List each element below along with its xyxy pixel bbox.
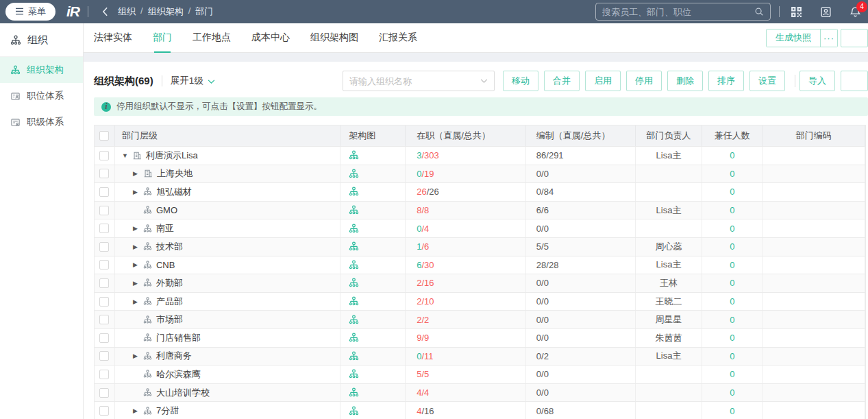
sidebar-section-label: 组织 <box>27 34 48 47</box>
tab-bar: 法律实体部门工作地点成本中心组织架构图汇报关系 生成快照 ··· <box>84 23 868 53</box>
row-checkbox[interactable] <box>99 388 109 398</box>
row-checkbox[interactable] <box>99 169 109 178</box>
department-name[interactable]: 利唐演示Lisa <box>146 149 198 162</box>
expand-arrow[interactable]: ▶ <box>133 189 143 195</box>
org-chart-icon[interactable] <box>349 351 359 361</box>
org-chart-icon[interactable] <box>349 315 359 325</box>
department-name[interactable]: 旭弘磁材 <box>156 186 192 198</box>
row-checkbox[interactable] <box>99 151 109 160</box>
org-chart-icon[interactable] <box>349 369 359 379</box>
department-name[interactable]: 市场部 <box>156 313 183 326</box>
action-button-设置[interactable]: 设置 <box>749 71 785 91</box>
active-total: /5 <box>421 369 429 379</box>
org-chart-icon[interactable] <box>349 241 359 252</box>
table-row: GMO 8/8 6/6 Lisa主 0 <box>95 201 865 219</box>
org-name-input[interactable] <box>349 76 480 86</box>
action-button-移动[interactable]: 移动 <box>503 71 538 91</box>
department-name[interactable]: GMO <box>156 205 177 215</box>
expand-arrow[interactable]: ▶ <box>133 352 143 359</box>
expand-arrow[interactable]: ▶ <box>133 298 143 305</box>
org-icon <box>143 242 152 251</box>
sidebar-item-职级体系[interactable]: 职级体系 <box>0 109 83 135</box>
org-chart-icon[interactable] <box>349 169 359 179</box>
concurrent-count: 0 <box>702 348 762 366</box>
org-chart-icon[interactable] <box>349 333 359 343</box>
row-checkbox[interactable] <box>99 187 109 197</box>
department-name[interactable]: 技术部 <box>156 241 183 253</box>
action-button-删除[interactable]: 删除 <box>667 71 703 91</box>
breadcrumb-department[interactable]: 部门 <box>195 5 213 18</box>
building-icon <box>132 151 142 160</box>
breadcrumb-org[interactable]: 组织 <box>118 5 136 18</box>
global-search-input[interactable] <box>602 7 754 17</box>
expand-arrow[interactable]: ▶ <box>133 225 143 232</box>
action-button-启用[interactable]: 启用 <box>585 71 621 91</box>
qr-code-icon[interactable] <box>791 6 802 18</box>
partial-button[interactable] <box>841 71 868 91</box>
row-checkbox[interactable] <box>99 315 109 324</box>
department-code <box>762 366 865 383</box>
action-button-合并[interactable]: 合并 <box>544 71 580 91</box>
department-name[interactable]: 产品部 <box>156 296 183 308</box>
department-name[interactable]: CNB <box>156 260 175 270</box>
org-chart-icon[interactable] <box>349 387 359 398</box>
contacts-icon[interactable] <box>820 6 832 18</box>
row-checkbox[interactable] <box>99 206 109 215</box>
expand-arrow[interactable]: ▼ <box>122 152 132 159</box>
row-checkbox[interactable] <box>99 260 109 270</box>
org-chart-icon[interactable] <box>349 224 359 234</box>
department-name[interactable]: 门店销售部 <box>156 332 201 344</box>
active-direct: 9 <box>417 333 421 343</box>
snapshot-more-button[interactable]: ··· <box>820 29 837 47</box>
tab-成本中心[interactable]: 成本中心 <box>251 23 290 53</box>
sidebar-item-组织架构[interactable]: 组织架构 <box>0 57 83 83</box>
expand-level-dropdown[interactable]: 展开1级 <box>171 75 215 87</box>
row-checkbox[interactable] <box>99 370 109 379</box>
org-chart-icon[interactable] <box>349 278 359 288</box>
department-name[interactable]: 哈尔滨森鹰 <box>156 368 201 381</box>
expand-arrow[interactable]: ▶ <box>133 280 143 287</box>
partial-button[interactable] <box>841 29 868 47</box>
generate-snapshot-button[interactable]: 生成快照 <box>767 29 820 47</box>
row-checkbox[interactable] <box>99 278 109 288</box>
tab-组织架构图[interactable]: 组织架构图 <box>310 23 358 53</box>
department-name[interactable]: 7分甜 <box>156 405 179 417</box>
menu-button[interactable]: 菜单 <box>5 3 55 21</box>
row-checkbox[interactable] <box>99 351 109 361</box>
expand-arrow[interactable]: ▶ <box>133 243 143 250</box>
department-name[interactable]: 上海央地 <box>157 167 193 180</box>
action-button-排序[interactable]: 排序 <box>708 71 744 91</box>
row-checkbox[interactable] <box>99 406 109 416</box>
sidebar-item-职位体系[interactable]: 职位体系 <box>0 83 83 109</box>
breadcrumb-org-structure[interactable]: 组织架构 <box>148 5 184 18</box>
org-chart-icon[interactable] <box>349 260 359 270</box>
search-icon[interactable] <box>754 7 764 16</box>
tab-法律实体[interactable]: 法律实体 <box>94 23 132 53</box>
department-name[interactable]: 大山培训学校 <box>156 387 210 399</box>
row-checkbox[interactable] <box>99 297 109 307</box>
row-checkbox[interactable] <box>99 242 109 252</box>
action-button-停用[interactable]: 停用 <box>626 71 662 91</box>
department-name[interactable]: 利唐商务 <box>156 350 192 362</box>
tab-部门[interactable]: 部门 <box>153 23 172 53</box>
org-chart-icon[interactable] <box>349 150 359 160</box>
tab-工作地点[interactable]: 工作地点 <box>193 23 231 53</box>
row-checkbox[interactable] <box>99 224 109 233</box>
department-name[interactable]: 南亚 <box>156 222 174 235</box>
back-chevron-icon[interactable] <box>102 7 108 16</box>
select-all-checkbox[interactable] <box>99 131 109 141</box>
org-chart-icon[interactable] <box>349 296 359 307</box>
bell-icon[interactable]: 4 <box>850 6 861 18</box>
org-chart-icon[interactable] <box>349 406 359 416</box>
expand-arrow[interactable]: ▶ <box>133 170 143 177</box>
row-checkbox[interactable] <box>99 333 109 343</box>
tab-汇报关系[interactable]: 汇报关系 <box>379 23 417 53</box>
table-row: ▶ 外勤部 2/16 0/0 王林 0 <box>95 274 865 292</box>
department-name[interactable]: 外勤部 <box>156 277 183 289</box>
concurrent-count: 0 <box>702 219 762 237</box>
expand-arrow[interactable]: ▶ <box>133 407 143 414</box>
org-chart-icon[interactable] <box>349 205 359 215</box>
expand-arrow[interactable]: ▶ <box>133 261 143 268</box>
org-chart-icon[interactable] <box>349 187 359 197</box>
import-button[interactable]: 导入 <box>799 71 835 91</box>
